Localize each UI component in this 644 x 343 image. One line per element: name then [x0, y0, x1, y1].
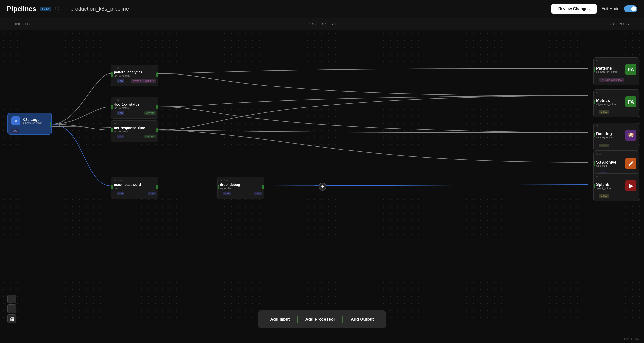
proc-right-connector-2 [156, 128, 158, 132]
kubernetes-icon: ⎈ [11, 116, 20, 125]
proc-icon-2d: ⊙ [223, 179, 225, 182]
proc-tag-out-2: METRIC [144, 135, 156, 138]
proc-tag-out-1: METRIC [144, 111, 156, 115]
proc-name-mask-password: mask_password [111, 182, 158, 187]
proc-left-connector-0 [111, 72, 113, 77]
processor-node-pattern-analytics[interactable]: ⇥ ⊙ → pattern_analytics log_to_pattern L… [111, 65, 158, 87]
proc-icon-3a: → [120, 99, 122, 101]
output-s3-header: S3 Archive s3_output [594, 156, 639, 171]
proc-icon-1b: ⇥ [114, 122, 116, 125]
output-icon-monitor: ⊟ [596, 59, 598, 62]
bottom-toolbar: Add Input Add Processor Add Output [258, 310, 386, 328]
proc-name-ms-response: ms_response_time [111, 125, 158, 130]
output-datadog-name: Datadog [596, 132, 614, 136]
output-metrics-tag: MIXED [599, 110, 609, 114]
proc-tag-in-3: LOG [117, 192, 124, 195]
output-node-patterns[interactable]: ⊟ → Patterns ed_patterns_output FA PATTE… [594, 57, 639, 85]
add-input-button[interactable]: Add Input [265, 314, 294, 324]
output-s3-info: S3 Archive s3_output [596, 160, 616, 167]
output-patterns-icon: FA [626, 64, 636, 75]
output-metrics-name: Metrics [596, 98, 616, 103]
output-patterns-tag: PATTERN & SAMPLE [599, 78, 624, 82]
output-splunk-info: Splunk splunk_output [596, 182, 612, 190]
proc-right-connector-4 [262, 185, 264, 189]
proc-tag-out-3: LOG [148, 192, 156, 195]
add-processor-button[interactable]: Add Processor [300, 314, 340, 324]
output-left-connector-3 [594, 161, 595, 166]
app-title: Pipelines [7, 5, 36, 13]
info-icon[interactable]: ⓘ [55, 6, 59, 11]
output-splunk-name: Splunk [596, 182, 612, 187]
plus-icon: + [321, 184, 324, 190]
processor-node-mask-password[interactable]: ⇥ ⊙ → mask_password mask LOG LOG [111, 177, 158, 199]
processor-node-4xx5xx[interactable]: ⇥ ⊙ → 4xx_5xx_status log_to_metric LOG M… [111, 97, 158, 119]
input-node-name: K8s Logs [23, 117, 42, 122]
proc-tag-out-0: PATTERN & SAMPLE [131, 79, 156, 83]
output-metrics-icon-2: → [598, 91, 601, 94]
proc-action-icons-3: ⇥ ⊙ → [114, 179, 122, 182]
inputs-column-label: Inputs [15, 22, 84, 26]
output-splunk-tag: MIXED [599, 194, 609, 198]
edit-mode-toggle[interactable] [624, 6, 637, 12]
output-s3-icon-1: ⊟ [596, 153, 598, 156]
edit-mode-label: Edit Mode [602, 7, 619, 11]
review-changes-button[interactable]: Review Changes [552, 4, 596, 14]
output-datadog-sub: datadog_output [596, 136, 614, 139]
output-node-datadog[interactable]: ⊟ → Datadog datadog_output 🐶 MIXED [594, 123, 639, 151]
proc-icon-2a: ⊙ [117, 99, 119, 101]
header-right: Review Changes Edit Mode [552, 4, 637, 14]
proc-tag-in-2: LOG [117, 135, 124, 138]
zoom-fit-button[interactable] [8, 314, 16, 323]
proc-right-connector-1 [156, 105, 158, 109]
proc-icon-1: ⇥ [114, 67, 116, 69]
output-metrics-icon: FA [626, 96, 636, 107]
proc-icon-2: ⊙ [117, 67, 119, 69]
proc-tags-mask-password: LOG LOG [111, 191, 158, 199]
proc-icon-1c: ⇥ [114, 179, 116, 182]
proc-node-top-icons-1: ⇥ ⊙ → [111, 97, 158, 102]
proc-icon-2c: ⊙ [117, 179, 119, 182]
zoom-controls: + − [8, 294, 16, 323]
proc-tags-ms-response: LOG METRIC [111, 134, 158, 142]
proc-tags-drop-debug: LOG LOG [218, 191, 264, 199]
output-metrics-info: Metrics ed_metrics_output [596, 98, 616, 106]
zoom-out-button[interactable]: − [8, 304, 16, 313]
proc-action-icons-2: ⇥ ⊙ → [114, 122, 122, 125]
output-splunk-sub: splunk_output [596, 187, 612, 190]
svg-rect-1 [12, 317, 14, 318]
proc-tags-pattern-analytics: LOG PATTERN & SAMPLE [111, 78, 158, 86]
processor-node-ms-response-time[interactable]: ⇥ ⊙ → ms_response_time log_to_metric LOG… [111, 120, 158, 142]
input-node-header: ⎈ K8s Logs kubernetes_input [8, 113, 51, 128]
proc-type-pattern-analytics: log_to_pattern [111, 75, 158, 78]
output-node-metrics[interactable]: ⊟ → Metrics ed_metrics_output FA MIXED [594, 90, 639, 117]
processors-column-label: Processors [84, 22, 560, 26]
output-datadog-icon-1: ⊟ [596, 125, 598, 127]
output-patterns-sub: ed_patterns_output [596, 71, 617, 73]
add-between-btn[interactable]: + [318, 183, 326, 191]
output-s3-icon [626, 158, 636, 169]
proc-type-drop-debug: regex_filter [218, 187, 264, 191]
output-patterns-name: Patterns [596, 66, 617, 71]
header-left: Pipelines BETA ⓘ production_k8s_pipeline [7, 5, 129, 13]
processor-node-drop-debug[interactable]: ⇥ ⊙ → drop_debug regex_filter LOG LOG [217, 177, 264, 199]
input-node-sub: kubernetes_input [23, 122, 42, 124]
proc-tag-in-0: LOG [117, 79, 124, 83]
output-left-connector-2 [594, 133, 595, 137]
output-node-splunk[interactable]: ⊟ → Splunk splunk_output ▶ MIXED [594, 173, 639, 201]
output-metrics-sub: ed_metrics_output [596, 103, 616, 106]
proc-action-icons-1: ⇥ ⊙ → [114, 99, 122, 101]
toolbar-divider-2 [342, 315, 343, 323]
output-datadog-icon: 🐶 [626, 130, 636, 141]
proc-type-mask-password: mask [111, 187, 158, 191]
output-s3-name: S3 Archive [596, 160, 616, 165]
proc-name-pattern-analytics: pattern_analytics [111, 70, 158, 75]
zoom-in-button[interactable]: + [8, 294, 16, 303]
proc-left-connector-3 [111, 185, 113, 189]
header: Pipelines BETA ⓘ production_k8s_pipeline… [0, 0, 644, 18]
proc-node-top-icons-4: ⇥ ⊙ → [218, 177, 264, 182]
proc-name-4xx5xx: 4xx_5xx_status [111, 102, 158, 107]
add-output-button[interactable]: Add Output [346, 314, 378, 324]
toolbar-divider-1 [297, 315, 298, 323]
proc-icon-3c: → [120, 179, 122, 182]
input-node-k8s-logs[interactable]: ⎈ K8s Logs kubernetes_input LOG [8, 113, 52, 135]
